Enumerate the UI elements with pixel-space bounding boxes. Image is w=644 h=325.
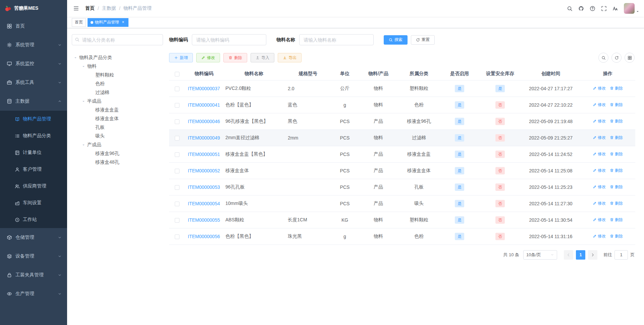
tree-node[interactable]: 吸头 bbox=[72, 132, 163, 141]
tree-node[interactable]: 产成品 bbox=[72, 141, 163, 149]
edit-row-button[interactable]: 修改 bbox=[593, 184, 606, 190]
sidebar-item-customer-management[interactable]: 客户管理 bbox=[0, 161, 67, 178]
export-button[interactable]: 导出 bbox=[278, 53, 302, 62]
hamburger-icon[interactable] bbox=[72, 5, 80, 11]
delete-row-button[interactable]: 删除 bbox=[610, 201, 623, 206]
row-checkbox[interactable] bbox=[175, 119, 179, 124]
select-all-checkbox[interactable] bbox=[175, 72, 179, 76]
tree-node[interactable]: 物料及产品分类 bbox=[72, 53, 163, 62]
delete-row-button[interactable]: 删除 bbox=[610, 217, 623, 223]
row-checkbox[interactable] bbox=[175, 152, 179, 157]
header-search-button[interactable] bbox=[564, 3, 575, 14]
sidebar-item-material-product-management[interactable]: 物料产品管理 bbox=[0, 111, 67, 127]
edit-row-button[interactable]: 修改 bbox=[593, 233, 606, 239]
sidebar-item-production-management[interactable]: 生产管理 bbox=[0, 284, 67, 303]
sidebar-item-system-tools[interactable]: 系统工具 bbox=[0, 73, 67, 92]
tree-caret-icon[interactable] bbox=[72, 56, 79, 59]
sidebar-item-material-product-category[interactable]: 物料产品分类 bbox=[0, 127, 67, 144]
tree-node[interactable]: 色粉 bbox=[72, 79, 163, 88]
tree-node[interactable]: 移液盒96孔 bbox=[72, 149, 163, 158]
add-button[interactable]: 新增 bbox=[169, 53, 193, 62]
delete-row-button[interactable]: 删除 bbox=[610, 118, 623, 124]
tree-node[interactable]: 移液盒盒体 bbox=[72, 114, 163, 123]
import-button[interactable]: 导入 bbox=[251, 53, 274, 62]
tree-node[interactable]: 半成品 bbox=[72, 97, 163, 106]
delete-row-button[interactable]: 删除 bbox=[610, 233, 623, 239]
edit-row-button[interactable]: 修改 bbox=[593, 217, 606, 223]
breadcrumb-item[interactable]: 首页 bbox=[85, 5, 95, 11]
row-checkbox[interactable] bbox=[175, 103, 179, 108]
material-code-link[interactable]: ITEM00000054 bbox=[188, 201, 220, 206]
delete-row-button[interactable]: 删除 bbox=[610, 135, 623, 141]
sidebar-item-home[interactable]: 首页 bbox=[0, 17, 67, 36]
delete-row-button[interactable]: 删除 bbox=[610, 184, 623, 190]
material-code-link[interactable]: ITEM00000052 bbox=[188, 168, 220, 173]
edit-row-button[interactable]: 修改 bbox=[593, 86, 606, 91]
page-1-button[interactable]: 1 bbox=[576, 250, 585, 260]
edit-row-button[interactable]: 修改 bbox=[593, 102, 606, 108]
edit-row-button[interactable]: 修改 bbox=[593, 135, 606, 141]
material-code-input[interactable] bbox=[192, 34, 266, 45]
edit-row-button[interactable]: 修改 bbox=[593, 201, 606, 206]
tree-caret-icon[interactable] bbox=[80, 143, 87, 147]
tree-caret-icon[interactable] bbox=[80, 100, 87, 103]
sidebar-item-system-monitor[interactable]: 系统监控 bbox=[0, 54, 67, 73]
help-button[interactable] bbox=[587, 3, 598, 14]
app-logo[interactable]: 苦糖果MES bbox=[0, 0, 67, 17]
breadcrumb-item[interactable]: 主数据 bbox=[102, 5, 116, 11]
next-page-button[interactable] bbox=[588, 250, 597, 260]
sidebar-item-system-management[interactable]: 系统管理 bbox=[0, 36, 67, 54]
tree-node[interactable]: 塑料颗粒 bbox=[72, 71, 163, 79]
page-size-select[interactable]: 10条/页 bbox=[523, 250, 557, 260]
delete-row-button[interactable]: 删除 bbox=[610, 86, 623, 91]
edit-row-button[interactable]: 修改 bbox=[593, 151, 606, 157]
sidebar-item-workshop-settings[interactable]: 车间设置 bbox=[0, 195, 67, 211]
row-checkbox[interactable] bbox=[175, 136, 179, 141]
caret-down-icon[interactable] bbox=[636, 10, 639, 14]
tab-material-product-management[interactable]: 物料产品管理× bbox=[88, 18, 128, 27]
edit-row-button[interactable]: 修改 bbox=[593, 118, 606, 124]
sidebar-item-workstation[interactable]: 工作站 bbox=[0, 211, 67, 228]
material-code-link[interactable]: ITEM00000055 bbox=[188, 217, 220, 223]
material-code-link[interactable]: ITEM00000041 bbox=[188, 102, 220, 108]
delete-row-button[interactable]: 删除 bbox=[610, 168, 623, 173]
row-checkbox[interactable] bbox=[175, 202, 179, 206]
prev-page-button[interactable] bbox=[564, 250, 573, 260]
sidebar-item-master-data[interactable]: 主数据 bbox=[0, 92, 67, 111]
tab-home[interactable]: 首页 bbox=[72, 18, 86, 27]
material-code-link[interactable]: ITEM00000056 bbox=[188, 234, 220, 239]
tree-node[interactable]: 过滤棉 bbox=[72, 88, 163, 97]
row-checkbox[interactable] bbox=[175, 87, 179, 91]
sidebar-item-measure-unit[interactable]: 计量单位 bbox=[0, 144, 67, 161]
sidebar-item-equipment-management[interactable]: 设备管理 bbox=[0, 247, 67, 266]
github-button[interactable] bbox=[576, 3, 586, 14]
search-button[interactable]: 搜索 bbox=[384, 35, 408, 45]
tree-node[interactable]: 移液盒48孔 bbox=[72, 158, 163, 167]
reset-button[interactable]: 重置 bbox=[411, 35, 435, 45]
toggle-search-button[interactable] bbox=[598, 53, 608, 63]
material-code-link[interactable]: ITEM00000046 bbox=[188, 119, 220, 124]
sidebar-item-supplier-management[interactable]: 供应商管理 bbox=[0, 178, 67, 195]
delete-row-button[interactable]: 删除 bbox=[610, 102, 623, 108]
row-checkbox[interactable] bbox=[175, 185, 179, 190]
tab-close-icon[interactable]: × bbox=[121, 20, 125, 25]
tree-node[interactable]: 孔板 bbox=[72, 123, 163, 132]
material-code-link[interactable]: ITEM00000049 bbox=[188, 135, 220, 141]
goto-page-input[interactable] bbox=[614, 250, 628, 260]
row-checkbox[interactable] bbox=[175, 218, 179, 223]
category-search-input[interactable] bbox=[72, 34, 163, 45]
edit-row-button[interactable]: 修改 bbox=[593, 168, 606, 173]
material-code-link[interactable]: ITEM00000037 bbox=[188, 86, 220, 91]
material-code-link[interactable]: ITEM00000053 bbox=[188, 184, 220, 190]
font-size-button[interactable] bbox=[610, 3, 621, 14]
refresh-button[interactable] bbox=[611, 53, 622, 63]
delete-row-button[interactable]: 删除 bbox=[610, 151, 623, 157]
tree-node[interactable]: 物料 bbox=[72, 62, 163, 71]
row-checkbox[interactable] bbox=[175, 169, 179, 173]
user-avatar[interactable] bbox=[624, 3, 635, 14]
sidebar-item-fixture-management[interactable]: 工装夹具管理 bbox=[0, 266, 67, 284]
sidebar-item-warehouse-management[interactable]: 仓储管理 bbox=[0, 228, 67, 247]
edit-button[interactable]: 修改 bbox=[196, 53, 220, 62]
tree-node[interactable]: 移液盒盒盖 bbox=[72, 106, 163, 114]
row-checkbox[interactable] bbox=[175, 234, 179, 239]
